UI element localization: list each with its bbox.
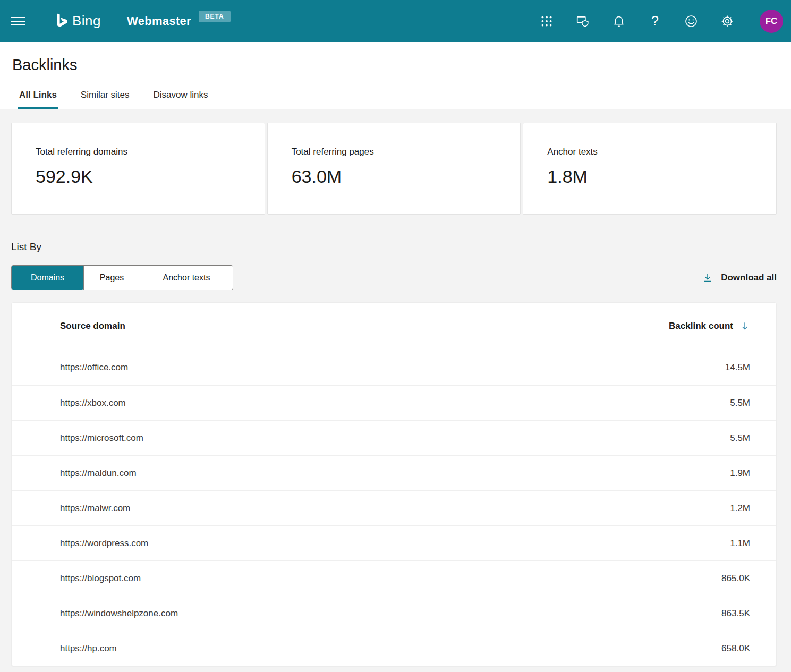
table-row[interactable]: https://office.com 14.5M	[12, 350, 776, 385]
notifications-button[interactable]	[612, 14, 626, 28]
user-avatar[interactable]: FC	[760, 10, 783, 33]
source-domain-cell: https://windowshelpzone.com	[12, 608, 670, 619]
page-title: Backlinks	[12, 56, 791, 74]
stat-label: Total referring pages	[292, 147, 521, 157]
stat-cards: Total referring domains 592.9K Total ref…	[11, 123, 777, 215]
main-content: Total referring domains 592.9K Total ref…	[0, 109, 791, 666]
bell-icon	[612, 14, 626, 28]
brand-text: Bing	[72, 13, 101, 29]
bing-brand[interactable]: Bing	[54, 13, 101, 29]
list-by-label: List By	[11, 241, 777, 253]
backlink-count-cell: 863.5K	[670, 608, 776, 619]
table-row[interactable]: https://malwr.com 1.2M	[12, 490, 776, 525]
smiley-icon	[684, 14, 698, 28]
app-header: Bing Webmaster BETA	[0, 0, 791, 42]
stat-value: 592.9K	[36, 166, 265, 187]
table-header-row: Source domain Backlink count	[12, 303, 776, 350]
download-all-button[interactable]: Download all	[702, 272, 777, 284]
backlink-count-cell: 5.5M	[670, 398, 776, 409]
settings-button[interactable]	[720, 14, 734, 28]
backlink-count-cell: 14.5M	[670, 362, 776, 373]
backlink-count-cell: 865.0K	[670, 573, 776, 584]
column-header-source-domain[interactable]: Source domain	[12, 321, 669, 331]
bing-webmaster-page: Bing Webmaster BETA	[0, 0, 791, 672]
column-header-label: Backlink count	[669, 321, 733, 331]
stat-card-referring-pages: Total referring pages 63.0M	[267, 123, 521, 215]
tab-similar-sites[interactable]: Similar sites	[80, 90, 131, 109]
table-row[interactable]: https://wordpress.com 1.1M	[12, 525, 776, 560]
source-domain-cell: https://wordpress.com	[12, 538, 670, 549]
backlink-count-cell: 1.1M	[670, 538, 776, 549]
source-domain-cell: https://maldun.com	[12, 468, 670, 479]
source-domain-cell: https://blogspot.com	[12, 573, 670, 584]
stat-label: Anchor texts	[547, 147, 776, 157]
site-security-button[interactable]	[576, 14, 590, 28]
help-button[interactable]: ?	[648, 14, 662, 28]
brand-divider	[114, 12, 114, 31]
gear-icon	[720, 14, 734, 28]
segment-domains[interactable]: Domains	[12, 266, 83, 290]
help-icon: ?	[651, 14, 659, 28]
backlink-count-cell: 658.0K	[670, 643, 776, 654]
source-domain-cell: https://malwr.com	[12, 503, 670, 514]
screen-shield-icon	[576, 14, 590, 28]
feedback-button[interactable]	[684, 14, 698, 28]
stat-label: Total referring domains	[36, 147, 265, 157]
stat-card-anchor-texts: Anchor texts 1.8M	[523, 123, 777, 215]
backlink-count-cell: 1.9M	[670, 468, 776, 479]
source-domain-cell: https://xbox.com	[12, 398, 670, 409]
table-row[interactable]: https://windowshelpzone.com 863.5K	[12, 596, 776, 631]
tab-all-links[interactable]: All Links	[18, 90, 58, 109]
hamburger-menu-icon[interactable]	[11, 14, 25, 28]
appbar-actions: ? FC	[540, 10, 783, 33]
segment-anchor-texts[interactable]: Anchor texts	[140, 266, 233, 290]
apps-grid-icon	[540, 14, 554, 28]
table-row[interactable]: https://microsoft.com 5.5M	[12, 420, 776, 455]
column-header-backlink-count[interactable]: Backlink count	[669, 320, 776, 332]
stat-card-referring-domains: Total referring domains 592.9K	[11, 123, 265, 215]
download-all-label: Download all	[721, 273, 777, 283]
backlinks-table: Source domain Backlink count https://off…	[11, 302, 777, 666]
list-by-segmented-control: Domains Pages Anchor texts	[11, 265, 233, 290]
source-domain-cell: https://microsoft.com	[12, 433, 670, 444]
product-title: Webmaster	[127, 14, 191, 28]
table-row[interactable]: https://blogspot.com 865.0K	[12, 560, 776, 596]
table-row[interactable]: https://hp.com 658.0K	[12, 631, 776, 666]
download-icon	[702, 272, 713, 284]
backlink-count-cell: 1.2M	[670, 503, 776, 514]
apps-grid-button[interactable]	[540, 14, 554, 28]
sort-descending-icon	[739, 320, 750, 332]
list-by-controls: Domains Pages Anchor texts Download all	[11, 265, 777, 290]
backlink-count-cell: 5.5M	[670, 433, 776, 444]
bing-logo-icon	[54, 13, 67, 29]
beta-badge: BETA	[199, 11, 231, 22]
table-row[interactable]: https://maldun.com 1.9M	[12, 455, 776, 490]
source-domain-cell: https://hp.com	[12, 643, 670, 654]
tab-bar: All Links Similar sites Disavow links	[18, 90, 791, 109]
stat-value: 63.0M	[292, 166, 521, 187]
stat-value: 1.8M	[547, 166, 776, 187]
page-header-section: Backlinks All Links Similar sites Disavo…	[0, 42, 791, 109]
table-row[interactable]: https://xbox.com 5.5M	[12, 385, 776, 420]
source-domain-cell: https://office.com	[12, 362, 670, 373]
segment-pages[interactable]: Pages	[83, 266, 140, 290]
tab-disavow-links[interactable]: Disavow links	[152, 90, 209, 109]
